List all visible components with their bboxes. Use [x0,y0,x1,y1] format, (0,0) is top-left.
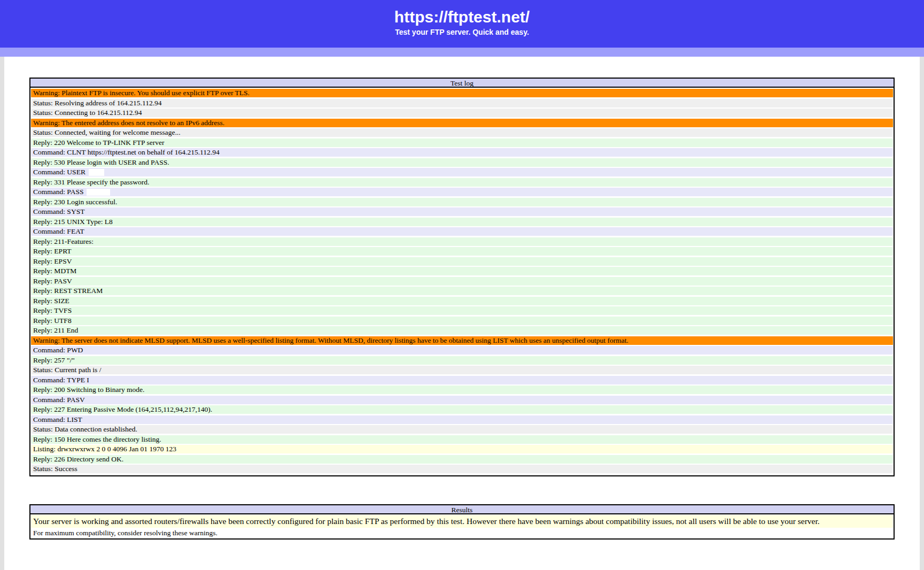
log-row: Reply: 530 Please login with USER and PA… [31,158,893,167]
log-row: Reply: UTF8 [31,317,893,325]
page-content: Test log Warning: Plaintext FTP is insec… [4,57,920,570]
log-row: Status: Connected, waiting for welcome m… [31,128,893,137]
site-title: https://ftptest.net/ [0,8,924,26]
log-row: Warning: The server does not indicate ML… [31,336,893,345]
log-row: Reply: TVFS [31,306,893,315]
log-row: Reply: EPRT [31,247,893,256]
log-row: Command: USER [31,168,893,176]
log-row: Status: Success [31,465,893,473]
results-panel: Results Your server is working and assor… [29,504,895,540]
log-row: Reply: 331 Please specify the password. [31,178,893,187]
log-row: Command: PASV [31,396,893,404]
log-row: Status: Current path is / [31,366,893,374]
test-log-rows: Warning: Plaintext FTP is insecure. You … [30,88,894,475]
log-row: Command: PWD [31,346,893,355]
results-advice-text: For maximum compatibility, consider reso… [31,528,893,538]
log-row: Reply: 215 UNIX Type: L8 [31,218,893,226]
log-row: Command: CLNT https://ftptest.net on beh… [31,148,893,157]
log-row: Reply: 211 End [31,326,893,335]
redacted-credential-box [87,189,110,196]
log-row: Status: Resolving address of 164.215.112… [31,99,893,107]
log-row: Reply: 226 Directory send OK. [31,455,893,464]
results-warning-text: Your server is working and assorted rout… [31,515,893,528]
log-row: Reply: SIZE [31,297,893,305]
log-row: Reply: 211-Features: [31,237,893,246]
test-log-panel: Test log Warning: Plaintext FTP is insec… [29,78,895,476]
log-row: Reply: REST STREAM [31,287,893,295]
results-title: Results [30,505,894,514]
log-row: Reply: 257 "/" [31,356,893,365]
log-row: Reply: 200 Switching to Binary mode. [31,386,893,394]
log-row: Reply: PASV [31,277,893,286]
log-row: Warning: The entered address does not re… [31,119,893,127]
log-row: Status: Connecting to 164.215.112.94 [31,109,893,117]
log-row: Warning: Plaintext FTP is insecure. You … [31,89,893,97]
redacted-credential-box [89,169,104,176]
log-row: Reply: 150 Here comes the directory list… [31,435,893,444]
page-background: Test log Warning: Plaintext FTP is insec… [0,57,924,570]
site-subtitle: Test your FTP server. Quick and easy. [0,26,924,38]
log-row: Command: SYST [31,207,893,216]
log-row: Command: FEAT [31,227,893,236]
log-row: Reply: 230 Login successful. [31,198,893,206]
log-row: Reply: 220 Welcome to TP-LINK FTP server [31,138,893,147]
log-row: Reply: MDTM [31,267,893,275]
log-row: Command: PASS [31,188,893,196]
results-body: Your server is working and assorted rout… [30,514,894,538]
log-row: Reply: EPSV [31,257,893,266]
log-row: Command: TYPE I [31,376,893,384]
test-log-title: Test log [30,79,894,88]
log-row: Status: Data connection established. [31,425,893,434]
header-accent-band [0,48,924,57]
log-row: Listing: drwxrwxrwx 2 0 0 4096 Jan 01 19… [31,445,893,453]
log-row: Reply: 227 Entering Passive Mode (164,21… [31,405,893,414]
site-header: https://ftptest.net/ Test your FTP serve… [0,0,924,48]
log-row: Command: LIST [31,415,893,424]
